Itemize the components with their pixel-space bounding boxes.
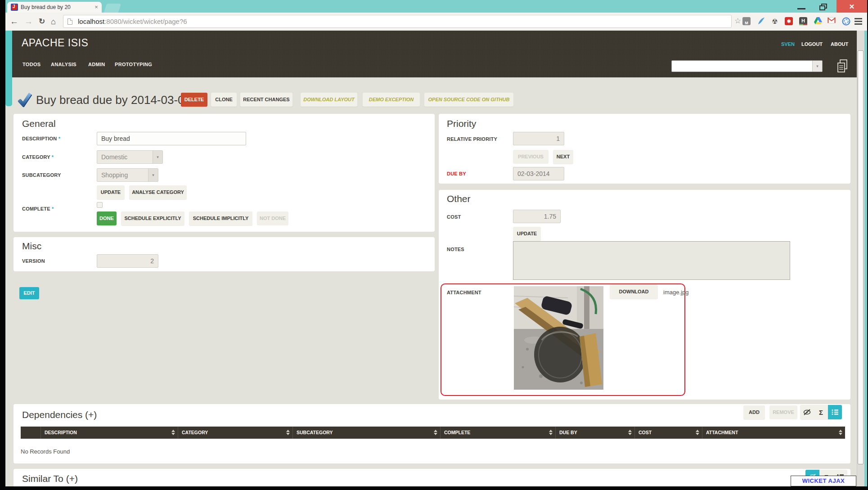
relative-priority-label: RELATIVE PRIORITY <box>447 136 497 142</box>
summary-button[interactable]: Σ <box>814 405 828 419</box>
nav-item-prototyping[interactable]: PROTOTYPING <box>115 62 152 67</box>
scrollbar-thumb[interactable] <box>858 50 864 464</box>
url-host: localhost <box>78 18 104 25</box>
notes-textarea[interactable] <box>513 241 790 280</box>
dependencies-heading: Dependencies (+) <box>22 409 97 420</box>
browser-menu-icon[interactable] <box>854 17 863 26</box>
download-layout-button[interactable]: DOWNLOAD LAYOUT <box>301 93 357 107</box>
edit-button[interactable]: EDIT <box>19 287 39 299</box>
page-icon <box>67 18 72 25</box>
bookmark-star-icon[interactable]: ☆ <box>734 16 741 26</box>
description-label: DESCRIPTION * <box>22 136 60 141</box>
tab-title: Buy bread due by 20 <box>21 2 88 13</box>
browser-tab[interactable]: J Buy bread due by 20 × <box>7 2 102 13</box>
download-button[interactable]: DOWNLOAD <box>610 284 658 299</box>
header-search-select[interactable]: ▾ <box>671 60 823 72</box>
window-close-button[interactable]: ✕ <box>837 0 867 13</box>
nav-item-analysis[interactable]: ANALYSIS <box>51 62 76 67</box>
cost-label: COST <box>447 214 461 220</box>
desktop-edge <box>0 486 868 490</box>
forward-icon[interactable]: → <box>24 15 33 28</box>
user-link[interactable]: SVEN <box>781 41 795 47</box>
column-header-attachment[interactable]: ATTACHMENT <box>702 427 845 439</box>
extension-gray-m-icon[interactable]: M <box>742 17 751 25</box>
extension-feather-icon[interactable] <box>757 17 766 26</box>
schedule-explicitly-button[interactable]: SCHEDULE EXPLICITLY <box>121 211 184 225</box>
subcategory-label: SUBCATEGORY <box>22 172 61 178</box>
priority-panel: Priority RELATIVE PRIORITY PREVIOUS NEXT… <box>439 114 850 184</box>
browser-titlebar <box>5 0 867 13</box>
extension-drive-icon[interactable] <box>814 17 823 26</box>
add-button[interactable]: ADD <box>743 405 765 419</box>
misc-heading: Misc <box>22 241 41 252</box>
sort-icon <box>696 430 699 435</box>
complete-label: COMPLETE * <box>22 206 54 211</box>
list-icon <box>832 409 839 415</box>
similar-to-heading: Similar To (+) <box>22 473 78 484</box>
wicket-ajax-debug-link[interactable]: WICKET AJAX DEBUG <box>791 476 856 486</box>
required-marker: * <box>52 154 54 160</box>
update-cost-button[interactable]: UPDATE <box>513 227 541 241</box>
category-label: CATEGORY * <box>22 154 54 160</box>
complete-checkbox[interactable] <box>97 202 103 208</box>
about-link[interactable]: ABOUT <box>831 41 848 47</box>
delete-button[interactable]: DELETE <box>181 93 207 107</box>
column-header-complete[interactable]: COMPLETE <box>440 427 555 439</box>
app-brand[interactable]: APACHE ISIS <box>22 37 88 49</box>
previous-button: PREVIOUS <box>513 150 549 164</box>
recent-changes-button[interactable]: RECENT CHANGES <box>240 93 292 107</box>
list-view-button[interactable] <box>828 405 842 419</box>
extension-shutter-icon[interactable] <box>841 17 850 26</box>
category-select[interactable]: Domestic▾ <box>97 150 163 164</box>
todo-check-icon <box>18 92 32 109</box>
extension-lastpass-icon[interactable]: ✱ <box>785 17 793 25</box>
hide-columns-button[interactable] <box>800 405 814 419</box>
dependencies-table-header: DESCRIPTION CATEGORY SUBCATEGORY COMPLET… <box>21 427 845 439</box>
copy-pages-icon[interactable] <box>836 58 850 76</box>
chevron-down-icon: ▾ <box>153 151 162 163</box>
column-header-cost[interactable]: COST <box>634 427 702 439</box>
column-header-due-by[interactable]: DUE BY <box>555 427 634 439</box>
reload-icon[interactable]: ↻ <box>39 15 45 28</box>
update-category-button[interactable]: UPDATE <box>97 185 125 199</box>
dependencies-panel: Dependencies (+) ADD REMOVE Σ DESCRIPTIO… <box>13 404 850 463</box>
tab-close-icon[interactable]: × <box>92 2 101 13</box>
description-field[interactable] <box>97 132 246 145</box>
sigma-icon: Σ <box>819 409 823 416</box>
subcategory-select[interactable]: Shopping▾ <box>97 168 158 182</box>
window-right-frame <box>864 0 867 486</box>
attachment-label: ATTACHMENT <box>447 290 481 295</box>
column-header-description[interactable]: DESCRIPTION <box>40 427 178 439</box>
chevron-down-icon[interactable]: ▾ <box>812 61 822 72</box>
chevron-down-icon: ▾ <box>148 169 158 181</box>
home-icon[interactable]: ⌂ <box>51 15 56 28</box>
column-header-subcategory[interactable]: SUBCATEGORY <box>292 427 440 439</box>
schedule-implicitly-button[interactable]: SCHEDULE IMPLICITLY <box>189 211 252 225</box>
window-restore-button[interactable] <box>812 0 837 13</box>
logout-link[interactable]: LOGOUT <box>801 41 823 47</box>
open-source-button[interactable]: OPEN SOURCE CODE ON GITHUB <box>424 93 513 107</box>
window-minimize-button[interactable] <box>791 0 812 13</box>
nav-item-admin[interactable]: ADMIN <box>88 62 105 67</box>
back-icon[interactable]: ← <box>10 15 18 28</box>
cost-field <box>513 210 561 223</box>
extension-gmail-icon[interactable] <box>827 17 836 26</box>
demo-exception-button[interactable]: DEMO EXCEPTION <box>363 93 420 107</box>
nav-item-todos[interactable]: TODOS <box>22 62 40 67</box>
done-button[interactable]: DONE <box>97 211 117 225</box>
notes-label: NOTES <box>447 247 464 252</box>
attachment-image[interactable] <box>514 286 603 390</box>
new-tab-button[interactable] <box>104 4 121 13</box>
extension-h-icon[interactable]: H <box>799 17 807 25</box>
favicon-icon: J <box>11 4 18 11</box>
next-button[interactable]: NEXT <box>553 150 573 164</box>
address-bar[interactable]: localhost:8080/wicket/wicket/page?6 <box>63 15 732 28</box>
sort-icon <box>171 430 175 435</box>
extension-radiation-icon[interactable]: ☢ <box>770 17 779 26</box>
column-header-category[interactable]: CATEGORY <box>178 427 292 439</box>
clone-button[interactable]: CLONE <box>211 93 237 107</box>
sort-icon <box>839 430 842 435</box>
attachment-filename: image.jpg <box>663 289 688 296</box>
sort-icon <box>286 430 290 435</box>
analyse-category-button[interactable]: ANALYSE CATEGORY <box>129 185 187 199</box>
